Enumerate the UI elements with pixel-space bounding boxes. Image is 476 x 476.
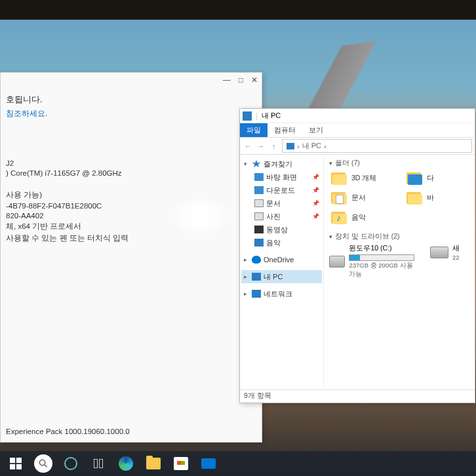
svg-line-5 [45, 465, 47, 467]
nav-up-button[interactable]: ↑ [269, 142, 279, 150]
folder-icon [146, 458, 161, 469]
picture-icon [254, 212, 264, 220]
nav-this-pc[interactable]: ▸ 내 PC [241, 270, 322, 283]
folder-3d-objects[interactable]: 3D 개체 [329, 170, 391, 186]
minimize-button[interactable]: — [223, 75, 231, 85]
search-button[interactable] [30, 453, 56, 474]
pc-icon [252, 273, 261, 281]
download-icon [254, 186, 264, 194]
video-icon [254, 226, 264, 233]
spec-device-id: -4B79-88F2-F047B1E2800C [6, 202, 256, 210]
window-title: 내 PC [262, 111, 281, 121]
spec-arch: 체, x64 기반 프로세서 [6, 222, 256, 231]
nav-desktop[interactable]: 바탕 화면📌 [241, 170, 322, 184]
maximize-button[interactable]: □ [239, 75, 243, 85]
svg-rect-0 [10, 458, 15, 463]
music-icon [254, 239, 264, 247]
group-drives[interactable]: ▾장치 및 드라이브 (2) [329, 232, 469, 241]
windows-icon [10, 458, 22, 469]
folder-icon [329, 190, 347, 206]
edge-button[interactable] [113, 453, 139, 474]
nav-quick-access[interactable]: ▾ 즐겨찾기 [241, 157, 322, 170]
mail-icon [201, 458, 216, 469]
svg-rect-1 [16, 458, 22, 463]
network-icon [252, 290, 261, 298]
tab-computer[interactable]: 컴퓨터 [268, 123, 302, 137]
search-icon [34, 454, 52, 473]
folder-icon [405, 190, 423, 206]
desktop-wallpaper: — □ ✕ 호됩니다. 침조하세요. J2 ) Core(TM) i7-1165… [0, 20, 476, 476]
document-icon [254, 199, 264, 207]
start-button[interactable] [3, 453, 29, 474]
spec-touch: 사용할 수 있는 펜 또는 터치식 입력 [6, 233, 256, 243]
nav-videos[interactable]: 동영상 [241, 223, 322, 236]
explorer-titlebar[interactable]: | 내 PC [240, 109, 475, 123]
star-icon [252, 160, 261, 168]
store-button[interactable] [168, 453, 194, 474]
nav-back-button[interactable]: ← [243, 142, 253, 150]
drive-d[interactable]: 새 22 [430, 244, 469, 279]
spec-line: J2 [6, 159, 256, 167]
settings-link[interactable]: 침조하세요. [6, 108, 256, 119]
folder-desktop[interactable]: 바 [405, 190, 467, 206]
desktop-icon [254, 173, 264, 181]
folder-icon [329, 210, 347, 226]
cortana-button[interactable] [58, 453, 84, 474]
nav-forward-button[interactable]: → [256, 142, 266, 150]
drive-c[interactable]: 윈도우10 (C:) 237GB 중 200GB 사용 가능 [329, 244, 417, 279]
file-explorer-window: | 내 PC 파일 컴퓨터 보기 ← → ↑ › 내 PC › ▾ 즐겨찾 [239, 108, 475, 403]
address-bar[interactable]: › 내 PC › [282, 139, 472, 153]
status-bar: 9개 항목 [240, 389, 475, 403]
nav-onedrive[interactable]: ▸ OneDrive [241, 253, 322, 266]
mail-button[interactable] [195, 453, 222, 474]
nav-documents[interactable]: 문서📌 [241, 197, 322, 210]
spec-cpu: ) Core(TM) i7-1165G7 @ 2.80GHz [6, 169, 256, 177]
drive-icon [430, 247, 448, 258]
svg-rect-2 [10, 464, 15, 469]
nav-network[interactable]: ▸ 네트워크 [241, 287, 322, 300]
close-button[interactable]: ✕ [251, 75, 258, 85]
settings-heading: 호됩니다. [6, 94, 256, 106]
folder-icon [329, 170, 347, 186]
taskbar [0, 451, 476, 476]
folder-icon [405, 170, 423, 186]
nav-pictures[interactable]: 사진📌 [241, 210, 322, 223]
settings-window: — □ ✕ 호됩니다. 침조하세요. J2 ) Core(TM) i7-1165… [0, 72, 262, 443]
tab-file[interactable]: 파일 [240, 123, 268, 137]
this-pc-icon [287, 143, 294, 149]
edge-icon [119, 456, 133, 471]
tab-view[interactable]: 보기 [302, 123, 330, 137]
folder-downloads[interactable]: 다 [405, 170, 467, 186]
spec-line: 사용 가능) [6, 190, 256, 200]
cloud-icon [252, 256, 261, 264]
explorer-button[interactable] [140, 453, 167, 474]
this-pc-icon [243, 111, 252, 121]
cortana-icon [64, 457, 77, 470]
experience-pack: Experience Pack 1000.19060.1000.0 [6, 427, 130, 435]
content-pane: ▾폴더 (7) 3D 개체 다 문서 [324, 155, 475, 389]
nav-music[interactable]: 음악 [241, 236, 322, 249]
svg-rect-3 [16, 464, 22, 469]
folder-music[interactable]: 음악 [329, 210, 391, 226]
nav-downloads[interactable]: 다운로드📌 [241, 184, 322, 197]
folder-documents[interactable]: 문서 [329, 190, 391, 206]
drive-icon [329, 256, 345, 268]
task-view-button[interactable] [85, 453, 111, 474]
task-view-icon [94, 459, 103, 468]
navigation-pane: ▾ 즐겨찾기 바탕 화면📌 다운로드📌 문서📌 사진📌 [240, 155, 324, 389]
drive-usage-bar [349, 254, 414, 261]
spec-product-id: 820-AA402 [6, 212, 256, 220]
svg-point-4 [39, 460, 45, 465]
group-folders[interactable]: ▾폴더 (7) [329, 159, 469, 168]
store-icon [174, 457, 188, 470]
